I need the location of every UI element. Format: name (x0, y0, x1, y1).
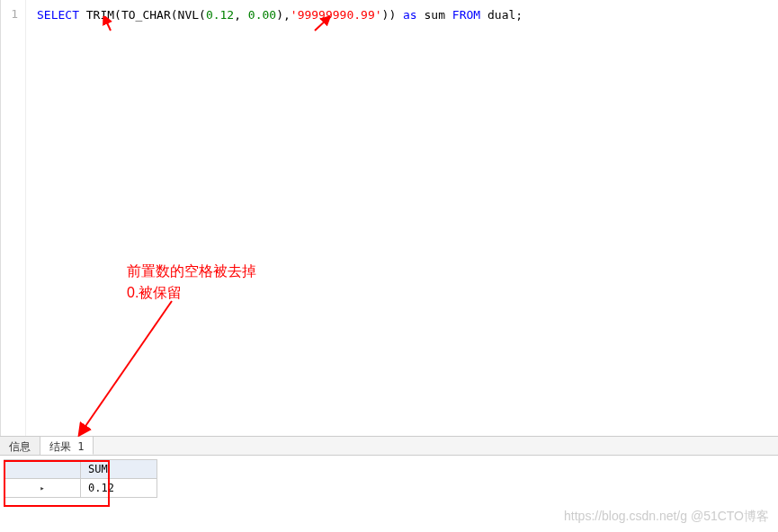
result-grid: SUM ▸ 0.12 (0, 456, 778, 501)
svg-line-2 (82, 301, 172, 431)
sql-editor[interactable]: 1 SELECT TRIM(TO_CHAR(NVL(0.12, 0.00),'9… (0, 0, 778, 436)
sql-kw-as: as (403, 8, 417, 22)
sql-kw-select: SELECT (37, 8, 79, 22)
table-row[interactable]: ▸ 0.12 (4, 479, 157, 498)
cell-value[interactable]: 0.12 (81, 479, 157, 498)
table-header-row: SUM (4, 460, 157, 479)
sql-fmt: '99999990.99' (291, 8, 382, 22)
sql-func-trim: TRIM (86, 8, 114, 22)
tab-info[interactable]: 信息 (0, 437, 40, 455)
tab-result1[interactable]: 结果 1 (40, 437, 94, 455)
result-table[interactable]: SUM ▸ 0.12 (4, 459, 157, 498)
line-gutter: 1 (1, 0, 26, 436)
row-marker-header (4, 460, 81, 479)
code-line-1[interactable]: SELECT TRIM(TO_CHAR(NVL(0.12, 0.00),'999… (37, 7, 523, 23)
annotation-text: 前置数的空格被去掉 0.被保留 (127, 261, 256, 304)
sql-num-2: 0.00 (248, 8, 276, 22)
watermark: https://blog.csdn.net/g @51CTO博客 (564, 509, 769, 525)
annotation-line1: 前置数的空格被去掉 (127, 261, 256, 282)
column-header-sum[interactable]: SUM (81, 460, 157, 479)
annotation-arrow-icon (73, 297, 181, 440)
sql-num-1: 0.12 (206, 8, 234, 22)
line-number: 1 (1, 7, 18, 21)
row-marker-icon: ▸ (4, 479, 81, 498)
result-tabs: 信息 结果 1 (0, 436, 778, 456)
sql-func-tochar: TO_CHAR (121, 8, 171, 22)
sql-alias: sum (425, 8, 445, 22)
sql-func-nvl: NVL (178, 8, 199, 22)
sql-table: dual; (487, 8, 523, 22)
annotation-line2: 0.被保留 (127, 282, 256, 304)
sql-kw-from: FROM (452, 8, 480, 22)
